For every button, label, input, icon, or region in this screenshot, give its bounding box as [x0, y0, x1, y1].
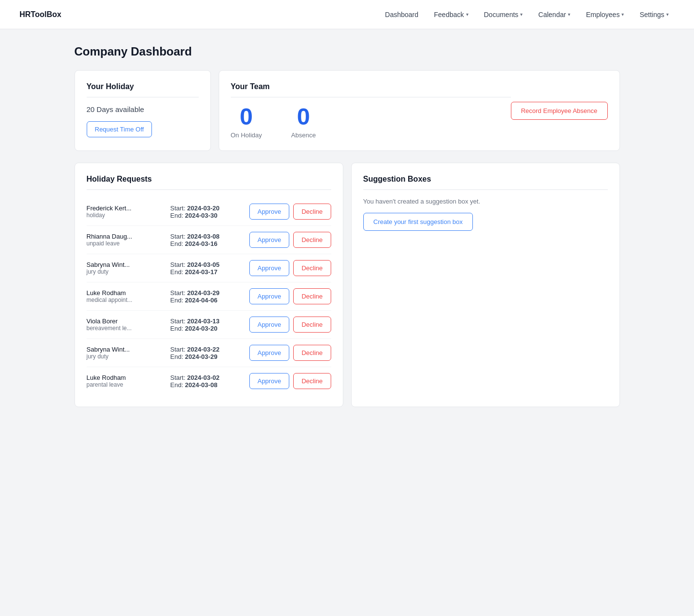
table-row: Sabryna Wint... jury duty Start: 2024-03…: [87, 339, 331, 367]
page-title: Company Dashboard: [75, 45, 620, 58]
request-actions: Approve Decline: [249, 204, 331, 220]
request-name: Sabryna Wint...: [87, 346, 165, 353]
team-card-title: Your Team: [231, 82, 511, 97]
chevron-down-icon: ▾: [520, 12, 523, 17]
create-suggestion-box-button[interactable]: Create your first suggestion box: [363, 213, 473, 231]
request-name: Frederick Kert...: [87, 205, 165, 212]
request-person: Sabryna Wint... jury duty: [87, 261, 165, 275]
request-name: Rhianna Daug...: [87, 233, 165, 240]
top-cards-section: Your Holiday 20 Days available Request T…: [75, 70, 620, 151]
navbar: HRToolBox Dashboard Feedback ▾ Documents…: [0, 0, 694, 29]
request-actions: Approve Decline: [249, 373, 331, 389]
request-name: Luke Rodham: [87, 289, 165, 297]
on-holiday-count: 0: [231, 105, 262, 129]
decline-button[interactable]: Decline: [293, 204, 331, 220]
request-start-date: Start: 2024-03-20: [170, 205, 244, 212]
team-stats: 0 On Holiday 0 Absence: [231, 105, 511, 139]
on-holiday-label: On Holiday: [231, 131, 262, 139]
nav-links: Dashboard Feedback ▾ Documents ▾ Calenda…: [379, 7, 675, 22]
request-dates: Start: 2024-03-13 End: 2024-03-20: [170, 317, 244, 332]
approve-button[interactable]: Approve: [249, 260, 289, 276]
absence-stat: 0 Absence: [291, 105, 316, 139]
approve-button[interactable]: Approve: [249, 288, 289, 304]
team-card: Your Team 0 On Holiday 0 Absence Record …: [219, 70, 620, 151]
request-start-date: Start: 2024-03-22: [170, 346, 244, 353]
chevron-down-icon: ▾: [621, 12, 624, 17]
table-row: Luke Rodham parental leave Start: 2024-0…: [87, 367, 331, 395]
decline-button[interactable]: Decline: [293, 317, 331, 333]
table-row: Viola Borer bereavement le... Start: 202…: [87, 311, 331, 339]
request-name: Sabryna Wint...: [87, 261, 165, 268]
decline-button[interactable]: Decline: [293, 345, 331, 361]
nav-employees[interactable]: Employees ▾: [580, 7, 630, 22]
holiday-requests-card: Holiday Requests Frederick Kert... holid…: [75, 163, 343, 407]
request-type: holiday: [87, 212, 165, 219]
suggestion-boxes-title: Suggestion Boxes: [363, 175, 608, 190]
request-time-off-button[interactable]: Request Time Off: [87, 121, 152, 137]
request-person: Frederick Kert... holiday: [87, 205, 165, 219]
decline-button[interactable]: Decline: [293, 288, 331, 304]
request-end-date: End: 2024-04-06: [170, 297, 244, 304]
approve-button[interactable]: Approve: [249, 317, 289, 333]
decline-button[interactable]: Decline: [293, 260, 331, 276]
request-type: jury duty: [87, 268, 165, 275]
request-actions: Approve Decline: [249, 260, 331, 276]
suggestion-boxes-card: Suggestion Boxes You haven't created a s…: [351, 163, 620, 407]
request-end-date: End: 2024-03-08: [170, 381, 244, 389]
request-person: Rhianna Daug... unpaid leave: [87, 233, 165, 247]
approve-button[interactable]: Approve: [249, 204, 289, 220]
approve-button[interactable]: Approve: [249, 232, 289, 248]
request-person: Luke Rodham parental leave: [87, 374, 165, 388]
absence-label: Absence: [291, 131, 316, 139]
on-holiday-stat: 0 On Holiday: [231, 105, 262, 139]
chevron-down-icon: ▾: [666, 12, 669, 17]
request-actions: Approve Decline: [249, 345, 331, 361]
request-type: bereavement le...: [87, 325, 165, 332]
request-end-date: End: 2024-03-17: [170, 268, 244, 276]
table-row: Sabryna Wint... jury duty Start: 2024-03…: [87, 254, 331, 282]
request-actions: Approve Decline: [249, 232, 331, 248]
request-type: unpaid leave: [87, 240, 165, 247]
request-actions: Approve Decline: [249, 317, 331, 333]
request-start-date: Start: 2024-03-13: [170, 317, 244, 325]
request-person: Viola Borer bereavement le...: [87, 317, 165, 332]
request-dates: Start: 2024-03-22 End: 2024-03-29: [170, 346, 244, 360]
holiday-days-label: 20 Days available: [87, 105, 199, 113]
request-type: medical appoint...: [87, 297, 165, 303]
request-end-date: End: 2024-03-20: [170, 325, 244, 332]
decline-button[interactable]: Decline: [293, 373, 331, 389]
team-card-inner: Your Team 0 On Holiday 0 Absence: [231, 82, 511, 139]
holiday-card: Your Holiday 20 Days available Request T…: [75, 70, 211, 151]
request-name: Luke Rodham: [87, 374, 165, 381]
request-dates: Start: 2024-03-02 End: 2024-03-08: [170, 374, 244, 389]
table-row: Luke Rodham medical appoint... Start: 20…: [87, 282, 331, 311]
request-type: parental leave: [87, 381, 165, 388]
request-person: Sabryna Wint... jury duty: [87, 346, 165, 360]
request-end-date: End: 2024-03-29: [170, 353, 244, 360]
approve-button[interactable]: Approve: [249, 345, 289, 361]
chevron-down-icon: ▾: [466, 12, 469, 17]
record-absence-button[interactable]: Record Employee Absence: [511, 102, 608, 120]
nav-feedback[interactable]: Feedback ▾: [428, 7, 474, 22]
request-name: Viola Borer: [87, 317, 165, 325]
absence-count: 0: [291, 105, 316, 129]
nav-settings[interactable]: Settings ▾: [634, 7, 675, 22]
request-start-date: Start: 2024-03-02: [170, 374, 244, 381]
main-content: Company Dashboard Your Holiday 20 Days a…: [55, 29, 639, 423]
holiday-card-title: Your Holiday: [87, 82, 199, 97]
requests-list: Frederick Kert... holiday Start: 2024-03…: [87, 198, 331, 395]
request-end-date: End: 2024-03-30: [170, 212, 244, 219]
brand-logo[interactable]: HRToolBox: [19, 10, 61, 19]
decline-button[interactable]: Decline: [293, 232, 331, 248]
nav-dashboard[interactable]: Dashboard: [379, 7, 425, 22]
request-person: Luke Rodham medical appoint...: [87, 289, 165, 303]
table-row: Rhianna Daug... unpaid leave Start: 2024…: [87, 226, 331, 254]
request-start-date: Start: 2024-03-08: [170, 233, 244, 240]
nav-calendar[interactable]: Calendar ▾: [532, 7, 576, 22]
approve-button[interactable]: Approve: [249, 373, 289, 389]
nav-documents[interactable]: Documents ▾: [478, 7, 529, 22]
request-dates: Start: 2024-03-20 End: 2024-03-30: [170, 205, 244, 219]
request-dates: Start: 2024-03-05 End: 2024-03-17: [170, 261, 244, 276]
request-dates: Start: 2024-03-08 End: 2024-03-16: [170, 233, 244, 247]
request-end-date: End: 2024-03-16: [170, 240, 244, 247]
